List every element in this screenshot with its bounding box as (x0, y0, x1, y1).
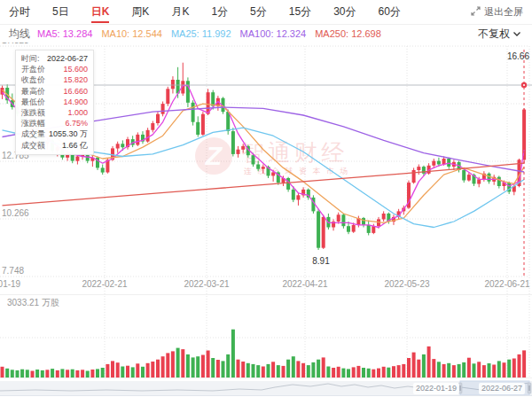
tooltip-row: 涨跌幅6.75% (21, 118, 88, 128)
tooltip-row: 涨跌额1.000 (21, 107, 88, 118)
period-tab-10[interactable]: 60分 (378, 0, 400, 24)
exit-fullscreen-label: 退出全屏 (484, 5, 523, 19)
ma-legend-title: 均线 (9, 27, 30, 42)
ma-legend-item: MA5: 13.284 (37, 28, 92, 39)
ma-legend-items: MA5: 13.284MA10: 12.544MA25: 11.992MA100… (37, 28, 390, 39)
tooltip-row: 时间:2022-06-27 (21, 53, 88, 64)
ma-legend-item: MA250: 12.698 (315, 28, 381, 39)
tooltip-row: 最低价14.900 (21, 97, 88, 107)
period-tab-7[interactable]: 5分 (250, 0, 267, 24)
tooltip-row: 开盘价15.600 (21, 64, 88, 74)
x-axis-label: 2022-03-21 (184, 279, 230, 289)
period-tab-3[interactable]: 日K (91, 0, 110, 24)
y-axis-label: 7.748 (2, 266, 24, 276)
x-axis-label: 2022-05-23 (384, 279, 430, 289)
volume-max-label: 3033.21 万股 (7, 298, 59, 307)
period-toolbar: 分时5日日K周K月K1分5分15分30分60分 退出全屏 (0, 0, 532, 25)
chevron-down-icon (510, 27, 521, 40)
ma-legend-item: MA25: 11.992 (171, 28, 231, 39)
watermark: Z智通财经连 线 全 球 资 本 市 场 (195, 137, 350, 175)
period-tab-5[interactable]: 月K (171, 0, 189, 24)
x-axis-label: 2022-01-19 (0, 279, 21, 289)
ma-legend-item: MA100: 12.324 (240, 28, 307, 39)
ma-legend-item: MA10: 12.544 (101, 28, 162, 39)
svg-text:Z: Z (205, 141, 223, 170)
tooltip-row: 成交量1055.30 万 (21, 128, 88, 139)
stock-chart-app: 分时5日日K周K月K1分5分15分30分60分 退出全屏 均线 MA5: 13.… (0, 0, 532, 397)
y-axis-label: 10.266 (2, 208, 29, 218)
adjust-label: 不复权 (478, 27, 510, 42)
period-tabs: 分时5日日K周K月K1分5分15分30分60分 (0, 0, 423, 24)
navigator-start-date: 2022-01-19 (413, 383, 459, 394)
tooltip-row: 最高价16.660 (21, 86, 88, 97)
x-axis-label: 2022-02-21 (82, 279, 128, 289)
exit-fullscreen-button[interactable]: 退出全屏 (471, 5, 532, 19)
volume-bars (1, 330, 527, 378)
period-tab-1[interactable]: 分时 (9, 0, 30, 24)
period-tab-6[interactable]: 1分 (211, 0, 228, 24)
period-tab-9[interactable]: 30分 (333, 0, 356, 24)
period-tab-4[interactable]: 周K (131, 0, 149, 24)
adjust-dropdown[interactable]: 不复权 (478, 27, 532, 42)
ohlc-tooltip: 时间:2022-06-27开盘价15.600收盘价15.820最高价16.660… (15, 50, 94, 155)
navigator-end-date: 2022-06-27 (479, 383, 525, 394)
period-tab-8[interactable]: 15分 (289, 0, 311, 24)
ma-legend: 均线 MA5: 13.284MA10: 12.544MA25: 11.992MA… (0, 25, 532, 43)
x-axis-label: 2022-04-21 (282, 279, 328, 289)
tooltip-row: 成交额1.66 亿 (21, 140, 88, 151)
price-annotation: 16.66 (507, 51, 529, 61)
price-annotation: 8.91 (312, 256, 330, 266)
exit-fullscreen-icon (471, 6, 484, 18)
y-axis-label: 17.823 (2, 43, 29, 45)
x-axis-label: 2022-06-21 (484, 279, 530, 289)
tooltip-row: 收盘价15.820 (21, 74, 88, 85)
period-tab-2[interactable]: 5日 (52, 0, 69, 24)
